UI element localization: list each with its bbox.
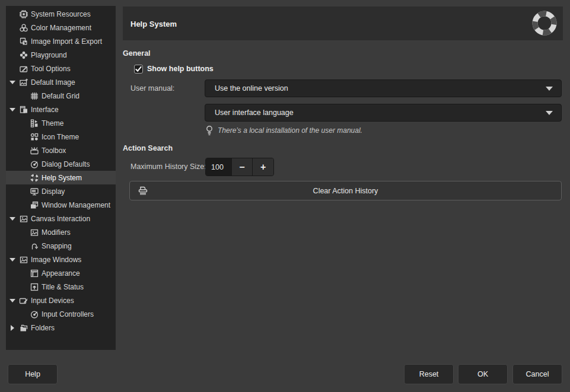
sidebar-item-interface[interactable]: Interface xyxy=(6,103,116,116)
expander-spacer xyxy=(6,239,30,253)
decrement-button[interactable]: − xyxy=(231,158,253,176)
sidebar-item-label: System Resources xyxy=(31,10,91,18)
sidebar-item-label: Image Import & Export xyxy=(31,37,102,46)
sidebar-item-input-controllers[interactable]: Input Controllers xyxy=(6,307,116,321)
show-help-buttons-label[interactable]: Show help buttons xyxy=(147,65,214,73)
clear-action-history-button[interactable]: Clear Action History xyxy=(129,181,562,200)
sidebar-item-icon-theme[interactable]: Icon Theme xyxy=(6,130,116,144)
sidebar-item-label: Theme xyxy=(42,119,63,128)
sidebar-item-label: Snapping xyxy=(42,242,72,250)
pinwheel-icon xyxy=(19,50,28,60)
chevron-down-icon xyxy=(546,111,553,115)
sidebar-item-label: Input Controllers xyxy=(42,310,94,318)
sidebar-item-label: Canvas Interaction xyxy=(31,215,90,223)
icon-theme-icon xyxy=(30,132,39,142)
sidebar-item-dialog-defaults[interactable]: Dialog Defaults xyxy=(6,157,116,171)
sidebar-item-default-image[interactable]: Default Image xyxy=(6,75,116,89)
sidebar-item-label: Title & Status xyxy=(42,283,84,291)
sidebar-item-label: Help System xyxy=(42,174,82,182)
expander-spacer xyxy=(6,89,30,103)
sidebar-item-title-status[interactable]: Title & Status xyxy=(6,280,116,294)
max-history-input[interactable]: 100 xyxy=(206,158,231,176)
user-manual-dropdown[interactable]: Use the online version xyxy=(205,79,562,97)
expander-spacer xyxy=(6,225,30,239)
expander-down-icon[interactable] xyxy=(6,294,19,307)
user-manual-label: User manual: xyxy=(130,79,174,97)
page-title: Help System xyxy=(130,19,177,28)
sidebar-item-default-grid[interactable]: Default Grid xyxy=(6,89,116,103)
section-action-search: Action Search xyxy=(123,144,173,152)
expander-spacer xyxy=(6,280,30,294)
dial-icon xyxy=(30,310,39,319)
expander-spacer xyxy=(6,157,30,171)
canvas-photo-icon xyxy=(19,214,28,224)
sidebar-item-image-import-export[interactable]: Image Import & Export xyxy=(6,34,116,48)
expander-down-icon[interactable] xyxy=(6,212,19,225)
snap-arrow-icon xyxy=(30,241,39,251)
expander-down-icon[interactable] xyxy=(6,103,19,116)
sidebar-item-image-windows[interactable]: Image Windows xyxy=(6,253,116,266)
expander-down-icon[interactable] xyxy=(6,253,19,266)
theme-icon xyxy=(30,119,39,128)
sidebar-item-color-management[interactable]: Color Management xyxy=(6,21,116,34)
chip-icon xyxy=(19,9,28,19)
chevron-down-icon xyxy=(546,87,553,91)
increment-button[interactable]: + xyxy=(252,158,273,176)
manual-language-dropdown[interactable]: User interface language xyxy=(205,104,562,122)
folders-icon xyxy=(19,323,28,333)
sidebar-item-label: Tool Options xyxy=(31,65,71,73)
max-history-spinbox: 100 − + xyxy=(205,158,274,176)
sidebar-item-window-management[interactable]: Window Management xyxy=(6,198,116,212)
lightbulb-icon xyxy=(205,125,214,136)
panel-header: Help System xyxy=(123,7,563,40)
sidebar-item-input-devices[interactable]: Input Devices xyxy=(6,294,116,307)
sidebar-item-folders[interactable]: Folders xyxy=(6,321,116,334)
sidebar-item-label: Appearance xyxy=(42,269,80,278)
expander-spacer xyxy=(6,7,19,21)
preferences-dialog: System ResourcesColor ManagementImage Im… xyxy=(0,0,570,392)
sidebar-item-help-system[interactable]: Help System xyxy=(6,171,116,184)
tool-options-icon xyxy=(19,64,28,74)
window-ruler-icon xyxy=(30,269,39,278)
sidebar-item-label: Modifiers xyxy=(42,228,71,237)
expander-right-icon[interactable] xyxy=(6,321,19,334)
dial-icon xyxy=(30,160,39,169)
sidebar-item-appearance[interactable]: Appearance xyxy=(6,266,116,280)
life-ring-icon xyxy=(30,173,39,183)
expander-down-icon[interactable] xyxy=(6,75,19,89)
sidebar-item-display[interactable]: Display xyxy=(6,184,116,198)
reset-button[interactable]: Reset xyxy=(404,364,454,384)
expander-spacer xyxy=(6,184,30,198)
expander-spacer xyxy=(6,144,30,157)
manual-language-selected-value: User interface language xyxy=(205,109,294,117)
sidebar-item-label: Color Management xyxy=(31,24,91,32)
help-button[interactable]: Help xyxy=(8,364,58,384)
clear-action-history-label: Clear Action History xyxy=(130,187,561,195)
show-help-buttons-row[interactable]: Show help buttons xyxy=(134,63,214,75)
sidebar-item-canvas-interaction[interactable]: Canvas Interaction xyxy=(6,212,116,225)
expander-spacer xyxy=(6,171,30,184)
monitor-icon xyxy=(30,187,39,196)
sidebar-item-label: Dialog Defaults xyxy=(42,160,90,168)
show-help-buttons-checkbox[interactable] xyxy=(134,65,143,74)
tablet-pen-icon xyxy=(19,296,28,305)
life-ring-icon xyxy=(530,9,559,37)
image-star-icon xyxy=(19,78,28,87)
canvas-photo-icon xyxy=(30,228,39,237)
sidebar-item-theme[interactable]: Theme xyxy=(6,116,116,130)
sidebar-item-label: Toolbox xyxy=(42,146,66,155)
sidebar-item-playground[interactable]: Playground xyxy=(6,48,116,62)
sidebar-item-toolbox[interactable]: Toolbox xyxy=(6,144,116,157)
sidebar-item-tool-options[interactable]: Tool Options xyxy=(6,62,116,75)
cancel-button[interactable]: Cancel xyxy=(512,364,562,384)
sidebar-item-system-resources[interactable]: System Resources xyxy=(6,7,116,21)
ok-button[interactable]: OK xyxy=(458,364,508,384)
toolbox-icon xyxy=(30,146,39,155)
expander-spacer xyxy=(6,48,19,62)
sidebar-item-modifiers[interactable]: Modifiers xyxy=(6,225,116,239)
preferences-tree: System ResourcesColor ManagementImage Im… xyxy=(6,6,116,350)
sidebar-item-label: Playground xyxy=(31,51,67,59)
max-history-label: Maximum History Size: xyxy=(130,158,206,176)
sidebar-item-snapping[interactable]: Snapping xyxy=(6,239,116,253)
sidebar-item-label: Image Windows xyxy=(31,256,81,264)
